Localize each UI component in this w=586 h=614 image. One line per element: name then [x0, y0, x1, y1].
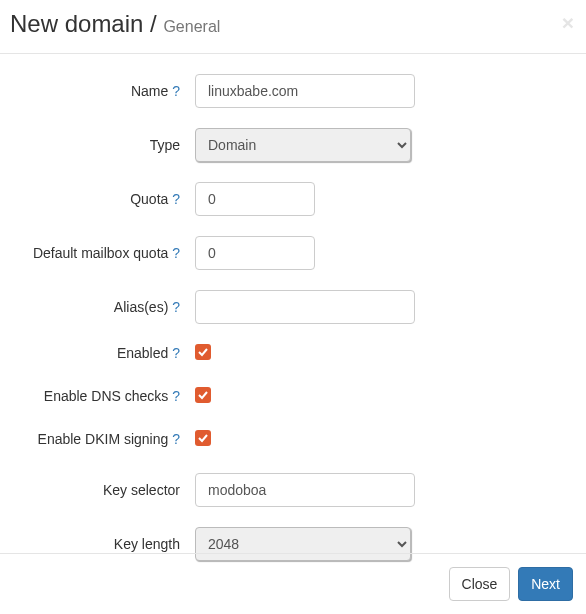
enable-dns-checks-checkbox[interactable] — [195, 387, 211, 403]
enable-dkim-signing-checkbox[interactable] — [195, 430, 211, 446]
type-select[interactable]: Domain — [195, 128, 411, 162]
default-mailbox-quota-input[interactable] — [195, 236, 315, 270]
title-subtitle: General — [163, 18, 220, 35]
help-icon[interactable]: ? — [172, 191, 180, 207]
help-icon[interactable]: ? — [172, 388, 180, 404]
form-row-quota: Quota ? — [15, 182, 571, 216]
next-button[interactable]: Next — [518, 567, 573, 601]
enabled-checkbox[interactable] — [195, 344, 211, 360]
form-row-aliases: Alias(es) ? — [15, 290, 571, 324]
form-row-enable-dkim-signing: Enable DKIM signing ? — [15, 430, 571, 447]
form-row-enable-dns-checks: Enable DNS checks ? — [15, 387, 571, 404]
close-icon[interactable]: × — [562, 12, 574, 33]
help-icon[interactable]: ? — [172, 245, 180, 261]
key-selector-input[interactable] — [195, 473, 415, 507]
form-row-type: Type Domain — [15, 128, 571, 162]
help-icon[interactable]: ? — [172, 299, 180, 315]
quota-label: Quota ? — [15, 191, 195, 207]
key-selector-label: Key selector — [15, 482, 195, 498]
help-icon[interactable]: ? — [172, 345, 180, 361]
help-icon[interactable]: ? — [172, 431, 180, 447]
form-row-default-mailbox-quota: Default mailbox quota ? — [15, 236, 571, 270]
checkmark-icon — [197, 346, 209, 358]
checkmark-icon — [197, 389, 209, 401]
aliases-input[interactable] — [195, 290, 415, 324]
modal-footer: Close Next — [0, 553, 586, 614]
form-row-enabled: Enabled ? — [15, 344, 571, 361]
name-input[interactable] — [195, 74, 415, 108]
quota-input[interactable] — [195, 182, 315, 216]
aliases-label: Alias(es) ? — [15, 299, 195, 315]
checkmark-icon — [197, 432, 209, 444]
close-button[interactable]: Close — [449, 567, 511, 601]
help-icon[interactable]: ? — [172, 83, 180, 99]
default-mailbox-quota-label: Default mailbox quota ? — [15, 245, 195, 261]
name-label: Name ? — [15, 83, 195, 99]
type-label: Type — [15, 137, 195, 153]
modal-body: Name ? Type Domain Quota ? Default mailb… — [0, 54, 586, 611]
enabled-label: Enabled ? — [15, 345, 195, 361]
enable-dkim-signing-label: Enable DKIM signing ? — [15, 431, 195, 447]
key-length-label: Key length — [15, 536, 195, 552]
modal-title: New domain / General — [10, 10, 576, 38]
form-row-name: Name ? — [15, 74, 571, 108]
title-main: New domain / — [10, 10, 157, 37]
enable-dns-checks-label: Enable DNS checks ? — [15, 388, 195, 404]
modal-header: × New domain / General — [0, 0, 586, 54]
form-row-key-selector: Key selector — [15, 473, 571, 507]
